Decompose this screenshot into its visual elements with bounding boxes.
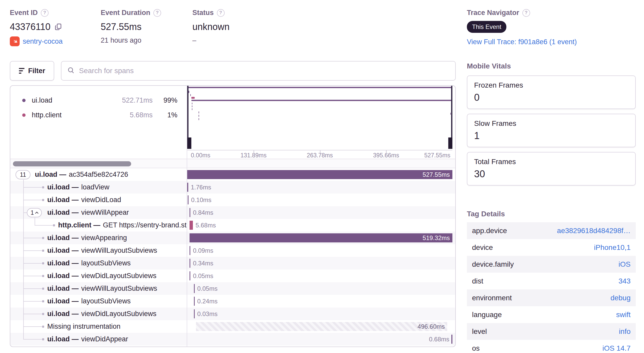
tag-value-link[interactable]: swift	[616, 311, 631, 319]
minimap-left-handle[interactable]	[187, 137, 191, 149]
status-label: Status	[192, 9, 214, 17]
tree-connector-line	[35, 225, 53, 226]
span-bullet	[42, 326, 44, 328]
span-duration-label: 1.76ms	[191, 181, 211, 194]
tree-scrollbar-thumb[interactable]	[13, 161, 131, 166]
minimap-span-bar	[192, 108, 192, 110]
tree-scrollbar-track[interactable]	[10, 159, 455, 168]
help-icon[interactable]: ?	[522, 9, 530, 17]
tag-value-link[interactable]: ae3829618d484298f…	[557, 227, 631, 235]
span-duration-tick[interactable]	[190, 259, 190, 268]
span-bar-cell: 0.10ms	[187, 194, 456, 206]
tag-value-link[interactable]: iOS	[618, 260, 631, 268]
span-duration-tick[interactable]	[190, 246, 190, 255]
legend-op-duration: 522.71ms	[104, 96, 153, 104]
span-title: ui.load —layoutSubViews	[47, 295, 131, 308]
span-title: ui.load —viewAppearing	[47, 232, 127, 244]
span-duration-tick[interactable]	[190, 208, 190, 217]
tag-value-link[interactable]: iPhone10,1	[594, 243, 631, 252]
panel-divider[interactable]	[187, 86, 187, 347]
span-row[interactable]: 11ui.load —ac354af5e82c4726527.55ms	[10, 168, 455, 181]
span-duration-bar[interactable]: 527.55ms	[187, 170, 452, 179]
help-icon[interactable]: ?	[41, 9, 49, 17]
minimap-span-bar	[199, 115, 199, 117]
chevron-up-icon	[35, 212, 39, 215]
minimap-span-bar	[199, 118, 199, 120]
tree-connector-line	[23, 314, 42, 314]
mobile-vital-value: 0	[474, 92, 629, 103]
span-children-toggle[interactable]: 1	[27, 208, 42, 217]
span-row[interactable]: ui.load —viewDidLayoutSubviews0.05ms	[10, 270, 455, 282]
trace-navigator-section: Trace Navigator ? This Event View Full T…	[467, 9, 577, 46]
tag-row: deviceiPhone10,1	[467, 239, 636, 256]
span-title: ui.load —viewDidLayoutSubviews	[47, 270, 156, 282]
project-link[interactable]: sentry-cocoa	[23, 37, 63, 45]
this-event-badge: This Event	[467, 21, 506, 33]
copy-icon[interactable]	[54, 23, 62, 31]
span-duration-label: 0.84ms	[193, 206, 213, 219]
span-duration-bar[interactable]: 519.32ms	[190, 233, 452, 242]
filter-button[interactable]: Filter	[10, 61, 54, 81]
span-row[interactable]: ui.load —viewAppearing519.32ms	[10, 232, 455, 244]
span-duration-bar[interactable]	[190, 221, 193, 230]
span-row[interactable]: ui.load —viewWillLayoutSubviews0.09ms	[10, 244, 455, 257]
span-bullet	[42, 199, 44, 201]
mobile-vital-label: Total Frames	[474, 158, 629, 166]
span-search	[61, 61, 456, 81]
span-duration-label: 519.32ms	[423, 234, 452, 242]
span-row[interactable]: ui.load —viewWillLayoutSubviews0.05ms	[10, 282, 455, 295]
help-icon[interactable]: ?	[153, 9, 161, 17]
span-duration-tick[interactable]	[190, 271, 190, 280]
tree-connector-line	[23, 326, 42, 327]
span-title: ui.load —viewDidAppear	[47, 333, 128, 346]
tag-value-link[interactable]: 343	[618, 277, 631, 285]
span-row[interactable]: 1ui.load —viewWillAppear0.84ms	[10, 206, 455, 219]
missing-instrumentation-bar[interactable]: 496.60ms	[196, 322, 447, 331]
span-row[interactable]: Missing instrumentation496.60ms	[10, 320, 455, 333]
tag-row: levelinfo	[467, 323, 636, 340]
filter-button-label: Filter	[28, 67, 45, 75]
span-row[interactable]: ui.load —layoutSubViews0.24ms	[10, 295, 455, 308]
span-row[interactable]: ui.load —viewDidLayoutSubviews0.03ms	[10, 308, 455, 320]
span-bar-cell: 0.03ms	[187, 308, 456, 320]
span-row[interactable]: ui.load —viewDidLoad0.10ms	[10, 194, 455, 206]
tag-value-link[interactable]: iOS 14.7	[602, 344, 631, 352]
span-duration-label: 0.05ms	[193, 270, 213, 282]
minimap-span-bar	[192, 103, 192, 104]
span-duration-tick[interactable]	[187, 183, 188, 192]
tree-connector-line	[23, 263, 42, 264]
span-row[interactable]: ui.load —loadView1.76ms	[10, 181, 455, 194]
tag-row: osiOS 14.7	[467, 340, 636, 353]
status-section: Status ? unknown –	[192, 9, 230, 44]
time-axis: 0.00ms131.89ms263.78ms395.66ms527.55ms	[187, 150, 452, 159]
span-duration-tick[interactable]	[194, 309, 195, 318]
view-full-trace-link[interactable]: View Full Trace: f901a8e6 (1 event)	[467, 38, 577, 46]
span-children-toggle[interactable]: 11	[15, 170, 30, 179]
span-row[interactable]: ui.load —layoutSubViews0.34ms	[10, 257, 455, 270]
span-duration-label: 0.05ms	[197, 282, 218, 295]
axis-tick-label: 263.78ms	[307, 152, 333, 159]
tag-value-link[interactable]: info	[619, 327, 631, 336]
event-time-ago: 21 hours ago	[101, 36, 142, 44]
span-bullet	[53, 224, 55, 226]
span-bar-cell: 1.76ms	[187, 181, 456, 194]
span-row[interactable]: http.client —GET https://sentry-brand.st…	[10, 219, 455, 232]
span-duration-label: 0.34ms	[193, 257, 213, 270]
span-bullet	[42, 250, 44, 252]
tree-connector-line	[23, 288, 42, 289]
tag-value-link[interactable]: debug	[610, 294, 631, 302]
tag-key: level	[472, 327, 487, 336]
search-input[interactable]	[79, 67, 450, 75]
span-bar-cell: 0.24ms	[187, 295, 456, 308]
span-duration-tick[interactable]	[188, 195, 189, 204]
span-duration-tick[interactable]	[194, 284, 195, 293]
span-duration-tick[interactable]	[194, 297, 195, 306]
help-icon[interactable]: ?	[217, 9, 225, 17]
minimap-span-bar	[191, 100, 452, 101]
minimap-right-handle[interactable]	[448, 137, 452, 149]
tree-connector-line	[23, 238, 42, 238]
span-title: ui.load —viewWillAppear	[47, 206, 129, 219]
legend-op-name: ui.load	[32, 96, 104, 104]
span-duration-tick[interactable]	[451, 335, 452, 344]
span-row[interactable]: ui.load —viewDidAppear0.68ms	[10, 333, 455, 346]
